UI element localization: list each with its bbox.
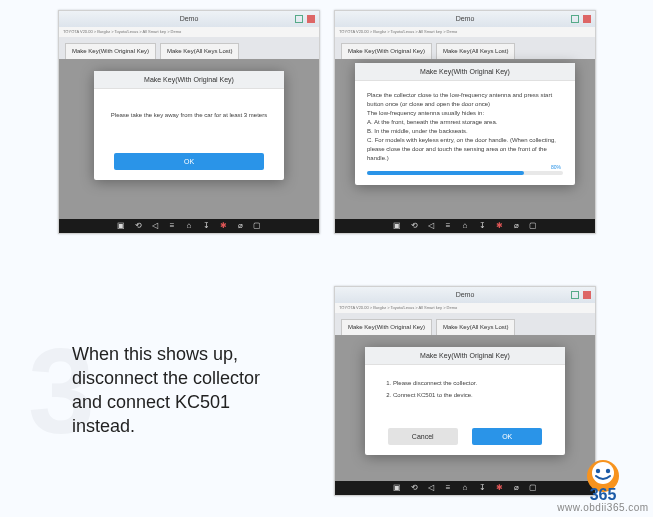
- refresh-icon[interactable]: ⟲: [134, 222, 143, 231]
- record-icon[interactable]: ▢: [529, 222, 538, 231]
- dialog-list-item: Connect KC501 to the device.: [393, 391, 551, 400]
- menu-icon[interactable]: ≡: [168, 222, 177, 231]
- dialog-message: Place the collector close to the low-fre…: [355, 81, 575, 185]
- watermark-url: www.obdii365.com: [553, 502, 653, 513]
- window-title: Demo: [180, 15, 199, 22]
- maximize-icon: [571, 291, 579, 299]
- svg-point-2: [596, 469, 600, 473]
- record-icon[interactable]: ▢: [253, 222, 262, 231]
- ok-button[interactable]: OK: [472, 428, 542, 445]
- breadcrumb: TOYOTA V20.00 > Burglar > Toyota/Lexus >…: [335, 27, 595, 37]
- maximize-icon: [295, 15, 303, 23]
- panel-body: Make Key(With Original Key) Please take …: [59, 59, 319, 219]
- menu-icon[interactable]: ≡: [444, 484, 453, 493]
- panel-body: Make Key(With Original Key) Place the co…: [335, 59, 595, 219]
- tab-make-key-original[interactable]: Make Key(With Original Key): [341, 319, 432, 336]
- screenshot-panel-b: Demo TOYOTA V20.00 > Burglar > Toyota/Le…: [334, 10, 596, 234]
- dialog-list-item: Please disconnect the collector.: [393, 379, 551, 388]
- exit-icon[interactable]: ↧: [478, 484, 487, 493]
- save-icon[interactable]: ▣: [393, 222, 402, 231]
- dialog-title: Make Key(With Original Key): [94, 71, 284, 89]
- bluetooth-off-icon[interactable]: ✱: [495, 222, 504, 231]
- instruction-text: When this shows up, disconnect the colle…: [72, 342, 292, 438]
- breadcrumb: TOYOTA V20.00 > Burglar > Toyota/Lexus >…: [335, 303, 595, 313]
- back-icon[interactable]: ◁: [427, 484, 436, 493]
- progress-bar: 80%: [367, 171, 563, 175]
- bluetooth-off-icon[interactable]: ✱: [495, 484, 504, 493]
- svg-point-3: [606, 469, 610, 473]
- back-icon[interactable]: ◁: [151, 222, 160, 231]
- tab-make-key-all-lost[interactable]: Make Key(All Keys Lost): [436, 319, 515, 336]
- bottom-toolbar: ▣ ⟲ ◁ ≡ ⌂ ↧ ✱ ⌀ ▢: [59, 219, 319, 233]
- tab-strip: Make Key(With Original Key) Make Key(All…: [335, 37, 595, 60]
- refresh-icon[interactable]: ⟲: [410, 484, 419, 493]
- dialog-footer: Cancel OK: [365, 417, 565, 455]
- dialog: Make Key(With Original Key) Place the co…: [355, 63, 575, 185]
- home-icon[interactable]: ⌂: [185, 222, 194, 231]
- window-title: Demo: [456, 15, 475, 22]
- dialog-title: Make Key(With Original Key): [355, 63, 575, 81]
- watermark-logo: 365 www.obdii365.com: [553, 458, 653, 513]
- tab-make-key-original[interactable]: Make Key(With Original Key): [341, 43, 432, 60]
- close-icon: [583, 291, 591, 299]
- home-icon[interactable]: ⌂: [461, 222, 470, 231]
- exit-icon[interactable]: ↧: [478, 222, 487, 231]
- window-titlebar: Demo: [59, 11, 319, 27]
- tab-make-key-all-lost[interactable]: Make Key(All Keys Lost): [160, 43, 239, 60]
- home-icon[interactable]: ⌂: [461, 484, 470, 493]
- tab-make-key-original[interactable]: Make Key(With Original Key): [65, 43, 156, 60]
- menu-icon[interactable]: ≡: [444, 222, 453, 231]
- close-icon: [307, 15, 315, 23]
- cancel-button[interactable]: Cancel: [388, 428, 458, 445]
- refresh-icon[interactable]: ⟲: [410, 222, 419, 231]
- progress-percent: 80%: [551, 163, 561, 172]
- dialog-footer: OK: [94, 142, 284, 180]
- svg-point-1: [592, 462, 614, 484]
- dialog: Make Key(With Original Key) Please disco…: [365, 347, 565, 455]
- window-titlebar: Demo: [335, 11, 595, 27]
- exit-icon[interactable]: ↧: [202, 222, 211, 231]
- save-icon[interactable]: ▣: [393, 484, 402, 493]
- back-icon[interactable]: ◁: [427, 222, 436, 231]
- maximize-icon: [571, 15, 579, 23]
- dialog: Make Key(With Original Key) Please take …: [94, 71, 284, 180]
- tab-strip: Make Key(With Original Key) Make Key(All…: [59, 37, 319, 60]
- dialog-message: Please take the key away from the car fo…: [94, 89, 284, 142]
- dialog-title: Make Key(With Original Key): [365, 347, 565, 365]
- bottom-toolbar: ▣ ⟲ ◁ ≡ ⌂ ↧ ✱ ⌀ ▢: [335, 219, 595, 233]
- camera-icon[interactable]: ⌀: [236, 222, 245, 231]
- tab-strip: Make Key(With Original Key) Make Key(All…: [335, 313, 595, 336]
- ok-button[interactable]: OK: [114, 153, 264, 170]
- tab-make-key-all-lost[interactable]: Make Key(All Keys Lost): [436, 43, 515, 60]
- screenshot-panel-a: Demo TOYOTA V20.00 > Burglar > Toyota/Le…: [58, 10, 320, 234]
- camera-icon[interactable]: ⌀: [512, 484, 521, 493]
- logo-icon: 365: [564, 458, 642, 502]
- window-title: Demo: [456, 291, 475, 298]
- breadcrumb: TOYOTA V20.00 > Burglar > Toyota/Lexus >…: [59, 27, 319, 37]
- bluetooth-off-icon[interactable]: ✱: [219, 222, 228, 231]
- progress-fill: [367, 171, 524, 175]
- close-icon: [583, 15, 591, 23]
- window-titlebar: Demo: [335, 287, 595, 303]
- camera-icon[interactable]: ⌀: [512, 222, 521, 231]
- dialog-message: Please disconnect the collector. Connect…: [365, 365, 565, 417]
- record-icon[interactable]: ▢: [529, 484, 538, 493]
- save-icon[interactable]: ▣: [117, 222, 126, 231]
- svg-text:365: 365: [590, 486, 617, 502]
